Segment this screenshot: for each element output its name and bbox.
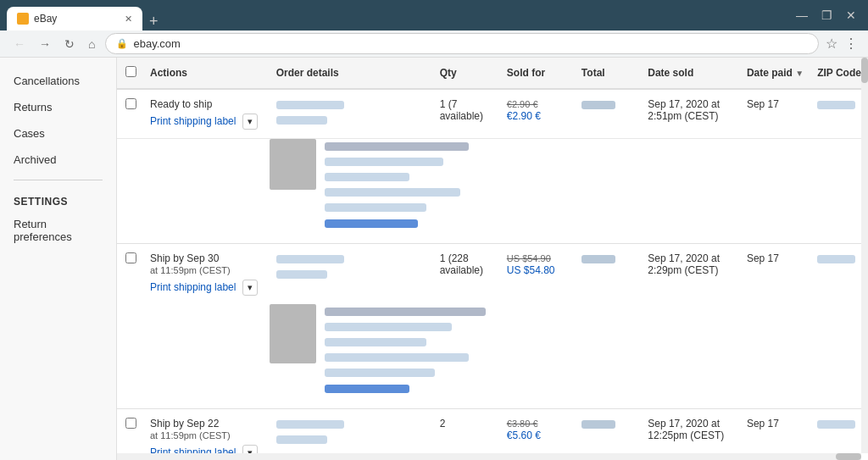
header-sold-for: Sold for <box>500 58 575 89</box>
row1-zip-blur <box>817 101 855 109</box>
row1-item-details <box>325 139 469 231</box>
row3-sold-cell: €3.80 € €5.60 € <box>500 409 575 461</box>
sidebar-item-archived[interactable]: Archived <box>0 147 116 173</box>
sidebar-item-cancellations[interactable]: Cancellations <box>0 68 116 94</box>
scrollbar-vertical[interactable] <box>861 58 868 453</box>
row3-checkbox[interactable] <box>125 418 136 429</box>
row3-date-paid-cell: Sep 17 <box>740 409 810 461</box>
sidebar-item-return-preferences[interactable]: Return preferences <box>0 211 116 250</box>
row1-action-cell: Ready to ship Print shipping label ▾ <box>143 89 270 139</box>
row3-item-id-blur <box>276 435 327 444</box>
row1-detail-content <box>270 139 868 244</box>
sidebar-item-returns[interactable]: Returns <box>0 94 116 120</box>
content-area: Actions Order details Qty Sold for Total <box>117 58 868 460</box>
scrollbar-thumb-horizontal[interactable] <box>836 453 861 460</box>
table-row-detail <box>117 139 868 244</box>
tab-title: eBay <box>34 13 120 25</box>
table-header: Actions Order details Qty Sold for Total <box>117 58 868 89</box>
active-tab[interactable]: eBay ✕ <box>7 7 142 30</box>
row1-line1 <box>325 142 469 151</box>
row2-status2: at 11:59pm (CEST) <box>150 264 263 276</box>
tab-bar: eBay ✕ + <box>7 0 787 30</box>
row2-line5 <box>325 369 435 377</box>
forward-button[interactable]: → <box>36 36 54 53</box>
lock-icon: 🔒 <box>116 38 128 49</box>
row3-zip-blur <box>817 420 855 429</box>
row2-item-id-blur <box>276 270 327 279</box>
row2-item-details <box>325 304 486 396</box>
header-date-paid[interactable]: Date paid ▼ <box>740 58 810 89</box>
row1-print-label-row: Print shipping label ▾ <box>150 114 263 130</box>
restore-button[interactable]: ❐ <box>816 7 837 24</box>
row1-price-link[interactable]: €2.90 € <box>507 110 541 122</box>
header-total: Total <box>575 58 641 89</box>
new-tab-button[interactable]: + <box>142 13 165 30</box>
settings-section-label: SETTINGS <box>0 187 116 211</box>
row1-checkbox-cell <box>117 89 143 139</box>
row1-date-sold-cell: Sep 17, 2020 at 2:51pm (CEST) <box>641 89 740 139</box>
scrollbar-horizontal[interactable] <box>117 453 861 460</box>
row2-line3 <box>325 338 426 346</box>
row2-zip-blur <box>817 255 855 263</box>
back-button[interactable]: ← <box>10 36 29 53</box>
row2-line2 <box>325 323 452 331</box>
home-button[interactable]: ⌂ <box>85 36 98 53</box>
row1-line2 <box>325 158 443 166</box>
row1-item-info <box>270 139 868 231</box>
row1-link-blur <box>325 219 418 228</box>
row2-total-cell <box>575 244 641 305</box>
row2-detail-content <box>270 304 868 409</box>
row2-date-sold-cell: Sep 17, 2020 at 2:29pm (CEST) <box>641 244 740 305</box>
reload-button[interactable]: ↻ <box>61 36 78 53</box>
row1-order-details-cell <box>270 89 433 139</box>
row1-date-paid-cell: Sep 17 <box>740 89 810 139</box>
tab-favicon <box>17 13 29 25</box>
row2-order-id-blur <box>276 255 344 263</box>
table-body: Ready to ship Print shipping label ▾ <box>117 89 868 460</box>
orders-table: Actions Order details Qty Sold for Total <box>117 58 868 460</box>
row2-checkbox[interactable] <box>125 252 136 263</box>
minimize-button[interactable]: — <box>791 7 813 24</box>
table-row-detail <box>117 304 868 409</box>
table-row: Ship by Sep 22 at 11:59pm (CEST) Print s… <box>117 409 868 461</box>
row1-order-id-blur <box>276 101 344 109</box>
row1-sold-cell: €2.90 € €2.90 € <box>500 89 575 139</box>
sidebar-item-cases[interactable]: Cases <box>0 120 116 147</box>
row1-item-image <box>270 139 316 190</box>
bookmark-icon[interactable]: ☆ <box>826 36 837 52</box>
header-checkbox[interactable] <box>117 58 143 89</box>
row2-item-image <box>270 304 316 363</box>
header-actions: Actions <box>143 58 270 89</box>
row2-dropdown-button[interactable]: ▾ <box>242 280 258 296</box>
browser-controls: — ❐ ✕ <box>791 7 861 24</box>
main-layout: Cancellations Returns Cases Archived SET… <box>0 58 868 460</box>
row1-total-cell <box>575 89 641 139</box>
row1-print-label-link[interactable]: Print shipping label <box>150 115 236 127</box>
header-zip-code: ZIP Code <box>810 58 868 89</box>
scrollbar-thumb-vertical[interactable] <box>861 58 868 83</box>
table-row: Ship by Sep 30 at 11:59pm (CEST) Print s… <box>117 244 868 305</box>
row2-sold-cell: US $54.90 US $54.80 <box>500 244 575 305</box>
row2-order-details-cell <box>270 244 433 305</box>
select-all-checkbox[interactable] <box>125 66 136 77</box>
row1-qty-cell: 1 (7 available) <box>433 89 500 139</box>
row3-price-link[interactable]: €5.60 € <box>507 430 541 441</box>
menu-icon[interactable]: ⋮ <box>844 36 858 52</box>
close-button[interactable]: ✕ <box>841 7 861 24</box>
row2-print-label-link[interactable]: Print shipping label <box>150 281 236 293</box>
row1-total-blur <box>581 101 615 109</box>
row1-checkbox[interactable] <box>125 98 136 109</box>
row1-order-id <box>276 98 426 110</box>
tab-close-icon[interactable]: ✕ <box>125 14 132 25</box>
row1-status: Ready to ship <box>150 98 263 110</box>
row3-date-sold-cell: Sep 17, 2020 at 12:25pm (CEST) <box>641 409 740 461</box>
row1-item-id-blur <box>276 116 327 125</box>
row2-total-blur <box>581 255 615 263</box>
row2-line1 <box>325 308 486 316</box>
row3-checkbox-cell <box>117 409 143 461</box>
row1-orig-price: €2.90 € <box>507 98 568 110</box>
row2-zip-cell <box>810 244 868 305</box>
url-bar[interactable]: 🔒 ebay.com <box>105 33 819 54</box>
row2-price-link[interactable]: US $54.80 <box>507 264 555 276</box>
row1-dropdown-button[interactable]: ▾ <box>242 114 258 130</box>
